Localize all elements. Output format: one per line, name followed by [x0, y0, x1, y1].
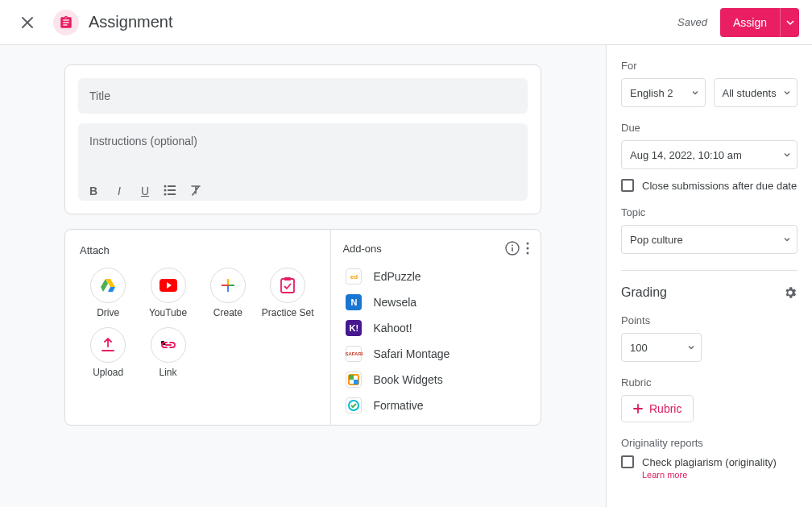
due-date-select[interactable]: Aug 14, 2022, 10:10 am — [621, 140, 798, 169]
rubric-label: Rubric — [621, 376, 798, 389]
settings-sidebar: For English 2 All students Due Aug 14, 2… — [606, 45, 812, 507]
caret-down-icon — [786, 20, 794, 25]
addon-book-widgets[interactable]: Book Widgets — [342, 367, 529, 393]
originality-label: Originality reports — [621, 437, 798, 449]
editor-card: Title Instructions (optional) B I U — [64, 64, 541, 214]
points-select[interactable]: 100 — [621, 333, 702, 362]
addon-label: Newsela — [373, 296, 416, 309]
plus-icon — [633, 404, 643, 413]
svg-rect-3 — [168, 189, 176, 191]
svg-point-14 — [512, 245, 513, 247]
addons-section: Add-ons ed EdPuzzle N Newsela — [331, 230, 541, 425]
originality-row: Check plagiarism (originality) — [621, 455, 798, 468]
attach-label: Attach — [80, 244, 316, 256]
practice-set-icon — [280, 277, 295, 293]
svg-rect-1 — [168, 185, 176, 187]
addon-formative[interactable]: Formative — [342, 393, 529, 418]
class-select[interactable]: English 2 — [621, 78, 706, 107]
clear-format-icon[interactable] — [189, 185, 204, 197]
caret-down-icon — [688, 346, 694, 350]
bold-icon[interactable]: B — [86, 185, 101, 197]
svg-point-2 — [164, 189, 167, 192]
originality-check-label: Check plagiarism (originality) — [642, 456, 777, 468]
more-vert-icon[interactable] — [526, 242, 529, 255]
addon-label: Kahoot! — [373, 322, 412, 335]
edpuzzle-icon: ed — [346, 268, 362, 285]
students-select-value: All students — [723, 87, 777, 99]
svg-point-4 — [164, 193, 167, 196]
assignment-icon — [53, 10, 79, 35]
safari-montage-icon: SAFARI — [346, 346, 362, 362]
rubric-button-label: Rubric — [649, 402, 682, 415]
assign-button[interactable]: Assign — [720, 8, 780, 37]
drive-icon — [100, 278, 116, 293]
page-title: Assignment — [89, 13, 677, 31]
gear-icon[interactable] — [783, 285, 798, 300]
due-date-value: Aug 14, 2022, 10:10 am — [630, 149, 742, 161]
assign-button-group: Assign — [720, 8, 799, 37]
caret-down-icon — [784, 91, 790, 95]
attach-item-label: Create — [213, 308, 242, 319]
header-bar: Assignment Saved Assign — [0, 0, 812, 45]
assign-dropdown-button[interactable] — [780, 8, 799, 37]
class-select-value: English 2 — [630, 87, 673, 99]
svg-rect-21 — [354, 380, 358, 384]
close-submissions-row: Close submissions after due date — [621, 179, 798, 192]
title-input[interactable]: Title — [78, 78, 528, 114]
svg-rect-9 — [227, 279, 229, 285]
italic-icon[interactable]: I — [112, 185, 126, 197]
svg-rect-20 — [349, 375, 354, 380]
svg-point-17 — [527, 247, 529, 250]
points-value: 100 — [630, 342, 648, 354]
newsela-icon: N — [346, 294, 362, 310]
addons-label: Add-ons — [342, 243, 381, 255]
instructions-input[interactable]: Instructions (optional) — [78, 123, 528, 178]
bullet-list-icon[interactable] — [164, 185, 178, 197]
addon-label: Book Widgets — [373, 373, 442, 386]
svg-point-18 — [527, 252, 529, 255]
attach-youtube[interactable]: YouTube — [139, 268, 196, 319]
youtube-icon — [160, 279, 177, 292]
for-label: For — [621, 60, 798, 72]
link-icon — [160, 341, 176, 349]
addon-newsela[interactable]: N Newsela — [342, 289, 529, 315]
caret-down-icon — [784, 153, 790, 157]
students-select[interactable]: All students — [714, 78, 798, 107]
topic-select[interactable]: Pop culture — [621, 225, 798, 254]
attach-card: Attach Drive YouTube — [64, 229, 541, 426]
main-column: Title Instructions (optional) B I U Atta… — [0, 45, 606, 507]
saved-status: Saved — [677, 16, 707, 28]
grading-header: Grading — [621, 285, 798, 300]
svg-point-0 — [164, 185, 167, 188]
kahoot-icon: K! — [346, 320, 362, 336]
addon-safari-montage[interactable]: SAFARI Safari Montage — [342, 341, 529, 367]
attach-practice-set[interactable]: Practice Set — [259, 268, 316, 319]
close-submissions-checkbox[interactable] — [621, 179, 634, 192]
grading-label: Grading — [621, 285, 667, 300]
info-icon[interactable] — [505, 241, 520, 256]
formative-icon — [346, 397, 362, 413]
attach-drive[interactable]: Drive — [80, 268, 136, 319]
format-toolbar: B I U — [78, 178, 528, 201]
attach-upload[interactable]: Upload — [80, 327, 136, 379]
addon-edpuzzle[interactable]: ed EdPuzzle — [342, 264, 529, 289]
underline-icon[interactable]: U — [138, 185, 152, 197]
svg-rect-5 — [168, 193, 176, 195]
close-submissions-label: Close submissions after due date — [642, 180, 797, 192]
attach-item-label: Practice Set — [262, 308, 314, 319]
attach-item-label: Drive — [97, 308, 119, 319]
addon-label: Formative — [373, 399, 423, 412]
close-icon[interactable] — [18, 13, 37, 32]
learn-more-link[interactable]: Learn more — [642, 470, 798, 480]
caret-down-icon — [692, 91, 698, 95]
addon-kahoot[interactable]: K! Kahoot! — [342, 315, 529, 341]
attach-link[interactable]: Link — [139, 327, 196, 379]
originality-checkbox[interactable] — [621, 455, 634, 468]
attach-item-label: YouTube — [149, 308, 187, 319]
attach-item-label: Link — [160, 368, 177, 379]
attach-create[interactable]: Create — [200, 268, 256, 319]
svg-rect-11 — [281, 279, 294, 293]
attach-section: Attach Drive YouTube — [65, 230, 331, 425]
addon-label: EdPuzzle — [373, 270, 420, 283]
rubric-button[interactable]: Rubric — [621, 395, 694, 422]
